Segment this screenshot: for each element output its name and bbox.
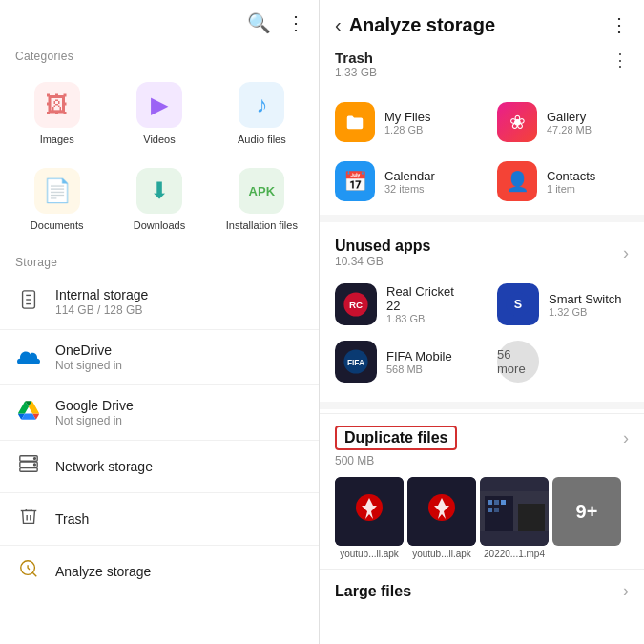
calendar-name: Calendar	[384, 169, 435, 183]
svg-rect-6	[20, 468, 37, 472]
dup-file-2[interactable]: youtub...ll.apk	[407, 477, 476, 559]
storage-internal[interactable]: Internal storage 114 GB / 128 GB	[0, 275, 319, 330]
right-content: Trash 1.33 GB ⋮ My Files 1.28 GB ❀	[320, 46, 644, 644]
trash-section-size: 1.33 GB	[335, 66, 377, 79]
svg-rect-31	[488, 500, 492, 505]
right-panel: ‹ Analyze storage ⋮ Trash 1.33 GB ⋮ My F…	[320, 0, 644, 644]
analyze-storage-item[interactable]: Analyze storage	[0, 546, 319, 597]
dup-thumb-3	[480, 477, 549, 546]
category-videos[interactable]: ▶ Videos	[110, 73, 208, 155]
category-images[interactable]: 🖼 Images	[8, 73, 106, 155]
dup-title-box: Duplicate files	[335, 426, 457, 450]
category-documents[interactable]: 📄 Documents	[8, 158, 106, 240]
trash-more-icon[interactable]: ⋮	[612, 50, 629, 71]
storage-section: Internal storage 114 GB / 128 GB OneDriv…	[0, 275, 319, 597]
audio-icon: ♪	[239, 82, 284, 128]
category-audio[interactable]: ♪ Audio files	[213, 73, 311, 155]
app-smartswitch[interactable]: S Smart Switch 1.32 GB	[482, 276, 644, 333]
svg-text:RC: RC	[349, 300, 363, 310]
gallery-icon: ❀	[497, 102, 537, 142]
back-button[interactable]: ‹	[335, 14, 342, 36]
internal-storage-icon	[15, 289, 42, 316]
unused-apps-header: Unused apps 10.34 GB ›	[320, 226, 644, 272]
dup-chevron[interactable]: ›	[623, 428, 629, 448]
dup-label-3: 20220...1.mp4	[484, 549, 545, 559]
unused-apps-title: Unused apps	[335, 238, 430, 255]
images-icon: 🖼	[34, 82, 80, 128]
unused-apps-grid: RC Real Cricket 22 1.83 GB S	[320, 272, 644, 398]
app-cricket[interactable]: RC Real Cricket 22 1.83 GB	[320, 276, 482, 333]
more-apps-circle: 56 more	[497, 341, 539, 383]
analyze-info: Analyze storage	[55, 564, 303, 579]
dup-more[interactable]: 9+	[552, 477, 621, 559]
app-fifa[interactable]: FIFA FIFA Mobile 568 MB	[320, 333, 482, 390]
trash-item[interactable]: Trash	[0, 493, 319, 546]
analyze-icon	[15, 558, 42, 585]
onedrive-icon	[15, 345, 42, 370]
storage-onedrive[interactable]: OneDrive Not signed in	[0, 330, 319, 385]
myfiles-name: My Files	[384, 110, 430, 124]
svg-point-7	[34, 458, 36, 460]
category-installation[interactable]: APK Installation files	[213, 158, 311, 240]
divider-2	[320, 402, 644, 409]
myfiles-size: 1.28 GB	[384, 124, 430, 135]
app-contacts[interactable]: 👤 Contacts 1 item	[482, 152, 644, 211]
svg-rect-32	[494, 500, 499, 505]
unused-apps-chevron[interactable]: ›	[623, 243, 629, 263]
googledrive-info: Google Drive Not signed in	[55, 398, 303, 427]
more-options-icon[interactable]: ⋮	[286, 11, 305, 34]
divider-1	[320, 215, 644, 222]
internal-storage-info: Internal storage 114 GB / 128 GB	[55, 287, 303, 317]
googledrive-icon	[15, 401, 42, 426]
storage-label: Storage	[0, 248, 319, 275]
storage-network[interactable]: Network storage	[0, 441, 319, 493]
search-icon[interactable]: 🔍	[247, 11, 271, 34]
myfiles-icon	[335, 102, 375, 142]
left-panel: 🔍 ⋮ Categories 🖼 Images ▶ Videos ♪ Audio…	[0, 0, 320, 644]
dup-files-row: youtub...ll.apk youtub...ll.apk	[320, 473, 644, 569]
trash-icon	[15, 506, 42, 532]
network-storage-icon	[15, 453, 42, 480]
network-storage-info: Network storage	[55, 459, 303, 474]
dup-file-3[interactable]: 20220...1.mp4	[480, 477, 549, 559]
storage-googledrive[interactable]: Google Drive Not signed in	[0, 385, 319, 441]
downloads-icon: ⬇	[136, 168, 182, 214]
large-files-title: Large files	[335, 583, 411, 600]
dup-file-1[interactable]: youtub...ll.apk	[335, 477, 404, 559]
svg-point-8	[34, 464, 36, 466]
dup-label-2: youtub...ll.apk	[412, 549, 471, 559]
svg-rect-34	[488, 508, 492, 512]
unused-apps-size: 10.34 GB	[335, 255, 430, 268]
app-gallery[interactable]: ❀ Gallery 47.28 MB	[482, 93, 644, 152]
dup-label-1: youtub...ll.apk	[340, 549, 399, 559]
dup-title: Duplicate files	[344, 429, 447, 446]
dup-thumb-2	[407, 477, 476, 546]
svg-text:S: S	[514, 298, 522, 311]
unused-apps-section: Unused apps 10.34 GB › RC Real Cricket 2…	[320, 226, 644, 398]
trash-row: Trash 1.33 GB ⋮	[320, 46, 644, 85]
videos-icon: ▶	[136, 82, 182, 128]
large-files-chevron[interactable]: ›	[623, 581, 629, 601]
right-header: ‹ Analyze storage ⋮	[320, 0, 644, 46]
left-header: 🔍 ⋮	[0, 0, 319, 42]
large-files-row[interactable]: Large files ›	[320, 569, 644, 613]
smartswitch-icon: S	[497, 283, 539, 325]
duplicate-files-section: Duplicate files › 500 MB youtub...ll.apk	[320, 413, 644, 569]
dup-header-row: Duplicate files ›	[320, 414, 644, 454]
dup-thumb-1	[335, 477, 404, 546]
categories-grid: 🖼 Images ▶ Videos ♪ Audio files 📄 Docume…	[0, 69, 319, 248]
trash-section-title: Trash	[335, 50, 377, 66]
cricket-icon: RC	[335, 283, 377, 325]
category-downloads[interactable]: ⬇ Downloads	[110, 158, 208, 240]
svg-rect-33	[501, 500, 506, 505]
more-options-button[interactable]: ⋮	[610, 13, 629, 36]
app-myfiles[interactable]: My Files 1.28 GB	[320, 93, 482, 152]
svg-line-12	[32, 572, 36, 576]
contacts-size: 1 item	[547, 183, 595, 195]
fifa-icon: FIFA	[335, 341, 377, 383]
calendar-icon: 📅	[335, 161, 375, 201]
app-calendar[interactable]: 📅 Calendar 32 items	[320, 152, 482, 211]
onedrive-info: OneDrive Not signed in	[55, 343, 303, 372]
more-apps-item[interactable]: 56 more	[482, 333, 644, 390]
contacts-name: Contacts	[547, 169, 595, 183]
